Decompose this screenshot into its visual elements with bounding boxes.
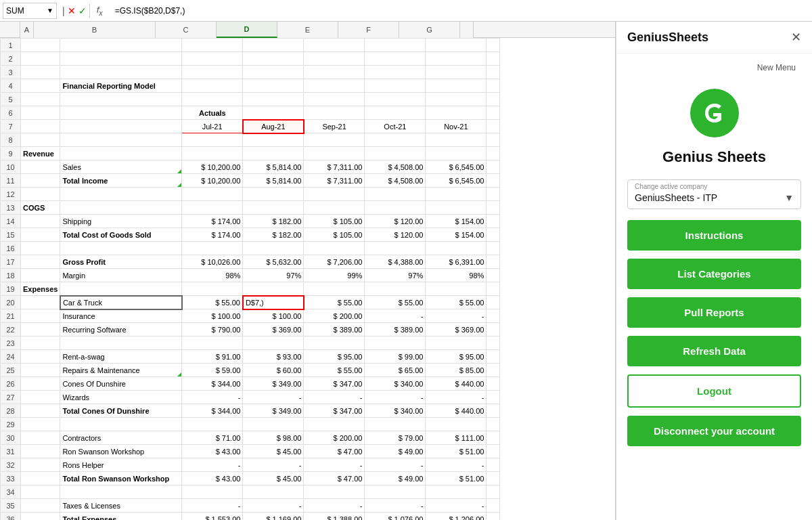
cell-d25[interactable]: $ 60.00 [243,364,304,377]
cell-e22[interactable]: $ 389.00 [304,323,365,337]
cell-g5[interactable] [426,93,487,106]
cell-d15[interactable]: $ 182.00 [243,228,304,242]
cell-a29[interactable] [21,418,60,431]
cell-g19[interactable] [426,282,487,296]
cell-b11[interactable]: Total Income [60,174,182,188]
cell-e8[interactable] [304,133,365,147]
cell-g15[interactable]: $ 154.00 [426,228,487,242]
cell-f34[interactable] [365,485,426,499]
cell-d4[interactable] [243,79,304,93]
cell-g21[interactable]: - [426,309,487,323]
cell-d30[interactable]: $ 98.00 [243,431,304,445]
cell-a35[interactable] [21,499,60,513]
cell-b2[interactable] [60,52,182,66]
cell-f30[interactable]: $ 79.00 [365,431,426,445]
cell-f17[interactable]: $ 4,388.00 [365,255,426,269]
cell-c14[interactable]: $ 174.00 [182,215,243,228]
cell-b19[interactable] [60,282,182,296]
cell-d9[interactable] [243,147,304,160]
cell-a27[interactable] [21,391,60,404]
cell-g17[interactable]: $ 6,391.00 [426,255,487,269]
cell-c8[interactable] [182,133,243,147]
cell-b34[interactable] [60,485,182,499]
logout-button[interactable]: Logout [627,374,801,408]
cell-g24[interactable]: $ 95.00 [426,350,487,364]
cell-e14[interactable]: $ 105.00 [304,215,365,228]
cell-b9[interactable] [60,147,182,160]
cell-a21[interactable] [21,309,60,323]
cell-g7[interactable]: Nov-21 [426,120,487,133]
cell-e26[interactable]: $ 347.00 [304,377,365,391]
cell-a10[interactable] [21,160,60,174]
cell-c24[interactable]: $ 91.00 [182,350,243,364]
cell-g35[interactable]: - [426,499,487,513]
cell-g26[interactable]: $ 440.00 [426,377,487,391]
cell-f31[interactable]: $ 49.00 [365,445,426,458]
cell-b13[interactable] [60,201,182,215]
cell-c30[interactable]: $ 71.00 [182,431,243,445]
cell-g4[interactable] [426,79,487,93]
cell-e3[interactable] [304,66,365,79]
cell-b33[interactable]: Total Ron Swanson Workshop [60,472,182,485]
cell-c32[interactable]: - [182,458,243,472]
refresh-data-button[interactable]: Refresh Data [627,336,801,366]
cell-d31[interactable]: $ 45.00 [243,445,304,458]
cell-a13[interactable]: COGS [21,201,60,215]
cell-d21[interactable]: $ 100.00 [243,309,304,323]
cell-e35[interactable]: - [304,499,365,513]
cell-c3[interactable] [182,66,243,79]
cell-a14[interactable] [21,215,60,228]
cell-e34[interactable] [304,485,365,499]
cell-a36[interactable] [21,513,60,521]
cell-a24[interactable] [21,350,60,364]
cell-f5[interactable] [365,93,426,106]
confirm-formula-icon[interactable]: ✓ [78,5,87,16]
cell-g30[interactable]: $ 111.00 [426,431,487,445]
cell-f29[interactable] [365,418,426,431]
col-header-b[interactable]: B [34,22,156,38]
cell-c17[interactable]: $ 10,026.00 [182,255,243,269]
cell-c16[interactable] [182,242,243,255]
cell-a3[interactable] [21,66,60,79]
cell-d18[interactable]: 97% [243,269,304,282]
cell-c20[interactable]: $ 55.00 [182,296,243,309]
cell-d1[interactable] [243,39,304,52]
cell-f2[interactable] [365,52,426,66]
cell-b24[interactable]: Rent-a-swag [60,350,182,364]
cell-d11[interactable]: $ 5,814.00 [243,174,304,188]
cell-b10[interactable]: Sales [60,160,182,174]
cell-b1[interactable] [60,39,182,52]
cell-b36[interactable]: Total Expenses [60,513,182,521]
company-chevron-icon[interactable]: ▼ [784,192,794,203]
cell-a20[interactable] [21,296,60,309]
cell-e20[interactable]: $ 55.00 [304,296,365,309]
cell-e7[interactable]: Sep-21 [304,120,365,133]
cell-b16[interactable] [60,242,182,255]
cell-e16[interactable] [304,242,365,255]
cell-a15[interactable] [21,228,60,242]
cell-e19[interactable] [304,282,365,296]
cell-g9[interactable] [426,147,487,160]
cell-b20[interactable]: Car & Truck [60,296,182,309]
col-header-c[interactable]: C [156,22,217,38]
cell-c15[interactable]: $ 174.00 [182,228,243,242]
cell-g10[interactable]: $ 6,545.00 [426,160,487,174]
cell-g20[interactable]: $ 55.00 [426,296,487,309]
cell-e27[interactable]: - [304,391,365,404]
cell-c23[interactable] [182,337,243,350]
cell-b25[interactable]: Repairs & Maintenance [60,364,182,377]
cell-d3[interactable] [243,66,304,79]
col-header-e[interactable]: E [277,22,338,38]
cell-d20[interactable]: D$7,) [243,296,304,309]
cell-d24[interactable]: $ 93.00 [243,350,304,364]
cell-e33[interactable]: $ 47.00 [304,472,365,485]
cell-g36[interactable]: $ 1,206.00 [426,513,487,521]
cell-f12[interactable] [365,188,426,201]
cell-c31[interactable]: $ 43.00 [182,445,243,458]
cell-f11[interactable]: $ 4,508.00 [365,174,426,188]
cell-a18[interactable] [21,269,60,282]
cell-d16[interactable] [243,242,304,255]
cancel-formula-icon[interactable]: ✕ [68,5,76,16]
cell-d22[interactable]: $ 369.00 [243,323,304,337]
cell-g6[interactable] [426,106,487,120]
